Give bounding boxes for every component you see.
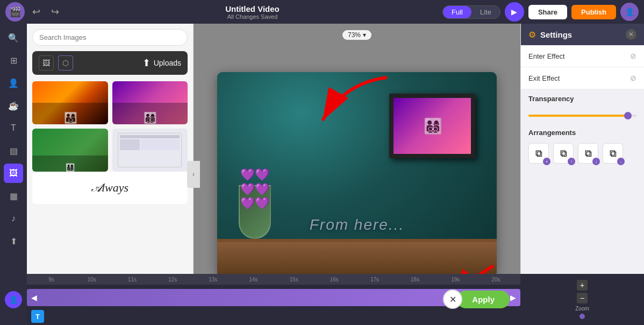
exit-effect-icon: ⊘ (630, 74, 636, 82)
track-left-handle[interactable]: ◀ (31, 293, 37, 302)
sidebar-item-music[interactable]: ♪ (4, 209, 23, 228)
ruler-mark-11s: 11s (112, 277, 152, 282)
title-area: Untitled Video All Changes Saved (67, 4, 438, 20)
sidebar-item-people[interactable]: 👤 (4, 73, 23, 93)
redo-button[interactable]: ↪ (48, 4, 62, 20)
mode-toggle: Full Lite (442, 5, 500, 19)
track-right-handle[interactable]: ▶ (510, 293, 516, 302)
exit-effect-label: Exit Effect (528, 74, 560, 82)
timeline-bottom: T (27, 308, 520, 324)
upload-bar: 🖼 ⬡ ⬆ Uploads (32, 51, 188, 75)
search-input[interactable] (32, 29, 188, 46)
ruler-mark-20s: 20s (476, 277, 516, 282)
canvas-background: 💜 💜 💜 💜 💜 💜 👨‍👩‍👦‍👦 F (217, 72, 497, 277)
sidebar-item-captions[interactable]: ▤ (4, 141, 23, 160)
sidebar-item-scenes[interactable]: ⊞ (4, 51, 23, 70)
sidebar-item-search[interactable]: 🔍 (4, 28, 23, 47)
zoom-slider-dot[interactable] (579, 314, 585, 319)
timeline-ruler: 9s 10s 11s 12s 13s 14s 15s 16s 17s 18s 1… (27, 274, 520, 285)
image-item-screen[interactable] (112, 129, 188, 172)
arrangements-grid: ⧉ + ⧉ ↑ ⧉ ↓ ⧉ - (528, 143, 636, 164)
transparency-slider[interactable] (528, 115, 636, 117)
arrangement-backward-button[interactable]: ⧉ ↓ (578, 143, 598, 164)
transparency-heading: Transparency (521, 89, 644, 105)
ruler-mark-17s: 17s (354, 277, 395, 282)
sidebar-item-objects[interactable]: ☕ (4, 96, 23, 115)
exit-effect-row[interactable]: Exit Effect ⊘ (521, 67, 644, 89)
zoom-in-button[interactable]: + (577, 280, 588, 291)
bottom-area: 👤 9s 10s 11s 12s 13s 14s 15s 16s 17s 18s… (0, 274, 644, 325)
image-grid: 👨‍👩‍👧 👨‍👩‍👦‍👦 👨‍👩‍👧‍👦 (32, 81, 188, 172)
settings-close-button[interactable]: ✕ (626, 29, 636, 40)
transparency-section (521, 105, 644, 123)
canvas-floor (217, 239, 497, 277)
publish-button[interactable]: Publish (571, 5, 616, 19)
apply-bar: ✕ Apply (443, 289, 510, 309)
text-track-icon[interactable]: T (31, 310, 44, 323)
play-button[interactable] (505, 2, 524, 22)
zoom-label: Zoom (575, 306, 589, 312)
enter-effect-icon: ⊘ (630, 52, 636, 60)
apply-button[interactable]: Apply (457, 291, 510, 308)
arrangements-heading: Arrangements (521, 123, 644, 139)
arrangements-section: ⧉ + ⧉ ↑ ⧉ ↓ ⧉ - (521, 139, 644, 168)
sticker-tab-icon[interactable]: ⬡ (58, 55, 73, 70)
zoom-controls: + − Zoom (520, 274, 644, 325)
arrangement-back-button[interactable]: ⧉ - (603, 143, 623, 164)
avatar[interactable]: 👤 (620, 3, 639, 21)
ruler-mark-15s: 15s (274, 277, 314, 282)
sidebar-item-layers[interactable]: ▦ (4, 186, 23, 206)
app-logo[interactable]: 🎬 (5, 2, 25, 22)
enter-effect-row[interactable]: Enter Effect ⊘ (521, 45, 644, 67)
ruler-mark-13s: 13s (193, 277, 233, 282)
user-avatar-icon[interactable]: 👤 (5, 291, 22, 308)
share-button[interactable]: Share (528, 5, 567, 19)
ruler-mark-9s: 9s (31, 277, 71, 282)
lite-mode-button[interactable]: Lite (471, 6, 500, 18)
sidebar-item-images[interactable]: 🖼 (4, 164, 23, 183)
sidebar-item-text[interactable]: T (4, 118, 23, 138)
undo-button[interactable]: ↩ (29, 4, 44, 20)
ruler-mark-18s: 18s (395, 277, 435, 282)
canvas-photo-frame: 👨‍👩‍👦‍👦 (389, 94, 475, 158)
sidebar-item-export[interactable]: ⬆ (4, 231, 23, 251)
ruler-mark-14s: 14s (233, 277, 274, 282)
upload-button[interactable]: ⬆ Uploads (142, 57, 181, 69)
arrangement-forward-button[interactable]: ⧉ ↑ (553, 143, 574, 164)
full-mode-button[interactable]: Full (443, 6, 471, 18)
image-item-family[interactable]: 👨‍👩‍👧‍👦 (32, 129, 108, 172)
canvas-vase: 💜 💜 💜 💜 💜 💜 (233, 169, 276, 244)
image-item-sunset[interactable]: 👨‍👩‍👧 (32, 81, 108, 124)
text-logo-item[interactable]: 𝒜lways (32, 172, 188, 204)
canvas-content[interactable]: 💜 💜 💜 💜 💜 💜 👨‍👩‍👦‍👦 F (217, 72, 497, 277)
ruler-mark-16s: 16s (314, 277, 354, 282)
ruler-mark-19s: 19s (435, 277, 476, 282)
settings-title: Settings (540, 30, 572, 39)
zoom-indicator[interactable]: 73% ▾ (342, 30, 371, 40)
video-title: Untitled Video (67, 4, 438, 13)
enter-effect-label: Enter Effect (528, 52, 565, 60)
canvas-text: From here... (310, 216, 404, 234)
ruler-mark-12s: 12s (153, 277, 193, 282)
bottom-sidebar: 👤 (0, 274, 27, 325)
settings-gear-icon: ⚙ (528, 30, 536, 40)
image-tab-icon[interactable]: 🖼 (39, 55, 54, 70)
collapse-left-panel-button[interactable]: ‹ (187, 161, 200, 188)
save-status: All Changes Saved (67, 13, 438, 20)
topbar-actions: Share Publish 👤 (505, 2, 639, 22)
zoom-out-button[interactable]: − (577, 293, 588, 303)
image-item-silhouette[interactable]: 👨‍👩‍👦‍👦 (112, 81, 188, 124)
topbar: 🎬 ↩ ↪ Untitled Video All Changes Saved F… (0, 0, 644, 24)
settings-header: ⚙ Settings ✕ (521, 24, 644, 45)
ruler-mark-10s: 10s (71, 277, 112, 282)
arrangement-front-button[interactable]: ⧉ + (528, 143, 549, 164)
